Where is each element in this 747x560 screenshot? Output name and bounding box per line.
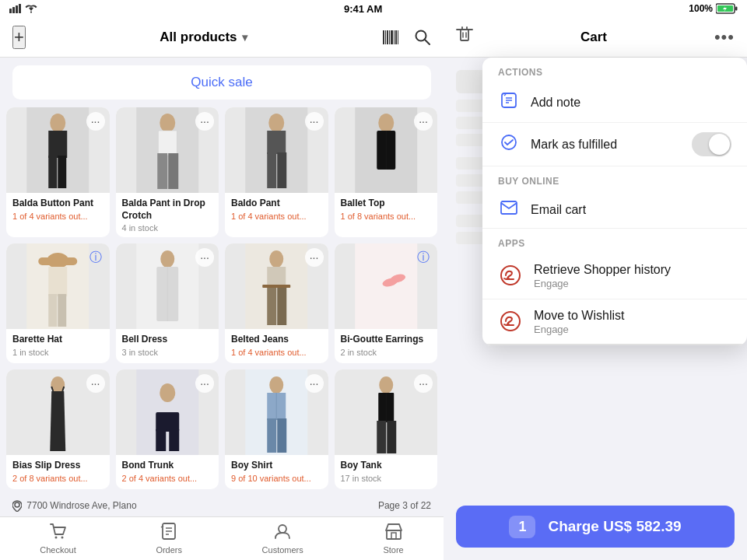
product-info: Bell Dress 3 in stock [116, 329, 219, 363]
product-menu-button[interactable]: ··· [195, 374, 214, 393]
product-menu-button[interactable]: ··· [86, 374, 105, 393]
search-icon[interactable] [414, 29, 431, 46]
status-left [9, 4, 37, 13]
move-wishlist-item[interactable]: Move to Wishlist Engage [482, 299, 747, 345]
svg-point-29 [268, 114, 284, 132]
product-info: Bias Slip Dress 2 of 8 variants out... [6, 455, 110, 489]
customers-icon [274, 523, 291, 540]
svg-rect-8 [383, 30, 384, 44]
product-image: ··· [116, 243, 219, 329]
status-time: 9:41 AM [344, 3, 382, 15]
retrieve-shopper-item[interactable]: Retrieve Shopper history Engage [482, 254, 747, 299]
product-image: ··· [6, 369, 110, 455]
product-info: Boy Shirt 9 of 10 variants out... [225, 455, 328, 489]
charge-bar: 1 Charge US$ 582.39 [444, 498, 747, 560]
product-menu-button[interactable]: ··· [305, 248, 324, 267]
cart-header: Cart ••• [444, 17, 747, 58]
product-card-p1[interactable]: ··· Balda Button Pant 1 of 4 variants ou… [6, 107, 110, 237]
toggle-knob [709, 134, 730, 155]
product-card-p12[interactable]: ··· Boy Tank 17 in stock [335, 369, 438, 489]
left-header: + All products ▾ [0, 17, 444, 58]
product-image: ⓘ [6, 243, 110, 329]
svg-point-72 [379, 376, 393, 394]
product-card-p2[interactable]: ··· Balda Pant in Drop Crotch 4 in stock [116, 107, 219, 237]
svg-rect-2 [16, 5, 18, 13]
add-button[interactable]: + [12, 26, 26, 49]
retrieve-shopper-icon [498, 263, 523, 288]
product-info: Baldo Pant 1 of 4 variants out... [225, 193, 328, 227]
product-card-p8[interactable]: ⓘ Bi-Goutte Earrings 2 in stock [335, 243, 438, 363]
customers-icon [274, 523, 291, 544]
product-name: Bi-Goutte Earrings [341, 334, 432, 346]
svg-rect-40 [48, 267, 67, 296]
product-menu-button[interactable]: ··· [305, 112, 324, 131]
product-card-p4[interactable]: ··· Ballet Top 1 of 8 variants out... [335, 107, 438, 237]
add-note-item[interactable]: Add note [482, 82, 747, 123]
product-image: ⓘ [335, 243, 438, 329]
product-name: Boy Shirt [231, 460, 322, 472]
product-name: Belted Jeans [231, 334, 322, 346]
product-stock: 1 in stock [12, 348, 103, 357]
location-bar: 7700 Windrose Ave, Plano Page 3 of 22 [0, 495, 444, 516]
product-grid: ··· Balda Button Pant 1 of 4 variants ou… [0, 107, 444, 495]
svg-point-24 [160, 114, 175, 132]
mark-fulfilled-item[interactable]: Mark as fulfilled [482, 123, 747, 166]
svg-rect-12 [391, 30, 393, 44]
product-menu-button[interactable]: ··· [195, 112, 214, 131]
trash-button[interactable] [456, 26, 473, 49]
product-menu-button[interactable]: ··· [305, 374, 324, 393]
product-stock: 9 of 10 variants out... [231, 474, 322, 483]
svg-rect-7 [735, 7, 738, 11]
nav-item-store[interactable]: Store [383, 523, 403, 555]
product-info-button[interactable]: ⓘ [86, 248, 105, 267]
orders-icon [160, 523, 177, 540]
product-card-p11[interactable]: ··· Boy Shirt 9 of 10 variants out... [225, 369, 328, 489]
products-title-section[interactable]: All products ▾ [160, 30, 247, 45]
product-info: Bi-Goutte Earrings 2 in stock [335, 329, 438, 363]
move-wishlist-sub: Engage [534, 324, 624, 335]
product-card-p6[interactable]: ··· Bell Dress 3 in stock [116, 243, 219, 363]
engage-icon-1 [500, 264, 521, 286]
buy-online-section-header: BUY ONLINE [482, 166, 747, 191]
more-options-button[interactable]: ••• [714, 27, 735, 47]
email-icon [498, 201, 520, 219]
svg-rect-27 [168, 153, 178, 189]
product-stock: 2 in stock [341, 348, 432, 357]
product-card-p10[interactable]: ··· Bond Trunk 2 of 4 variants out... [116, 369, 219, 489]
status-bar: 9:41 AM 100% [0, 0, 747, 17]
product-menu-button[interactable]: ··· [414, 112, 433, 131]
svg-rect-31 [267, 152, 276, 188]
store-label: Store [383, 545, 403, 555]
product-menu-button[interactable]: ··· [86, 112, 105, 131]
svg-rect-20 [48, 131, 67, 158]
location-text: 7700 Windrose Ave, Plano [12, 500, 137, 512]
product-card-p7[interactable]: ··· Belted Jeans 1 of 4 variants out... [225, 243, 328, 363]
add-note-label: Add note [531, 96, 580, 110]
product-stock: 1 of 4 variants out... [231, 348, 322, 357]
svg-rect-42 [58, 294, 66, 327]
svg-rect-26 [157, 153, 167, 189]
email-cart-item[interactable]: Email cart [482, 191, 747, 229]
product-card-p9[interactable]: ··· Bias Slip Dress 2 of 8 variants out.… [6, 369, 110, 489]
product-stock: 1 of 4 variants out... [231, 212, 322, 221]
engage-icon-2 [500, 310, 521, 332]
product-menu-button[interactable]: ··· [414, 374, 433, 393]
svg-point-4 [30, 11, 32, 12]
svg-rect-14 [395, 30, 397, 44]
product-stock: 1 of 8 variants out... [341, 212, 432, 221]
product-card-p5[interactable]: ⓘ Barette Hat 1 in stock [6, 243, 110, 363]
barcode-icon[interactable] [381, 28, 400, 47]
product-image: ··· [225, 107, 328, 193]
nav-item-checkout[interactable]: Checkout [40, 523, 75, 555]
charge-button[interactable]: 1 Charge US$ 582.39 [456, 506, 735, 548]
product-card-p3[interactable]: ··· Baldo Pant 1 of 4 variants out... [225, 107, 328, 237]
quick-sale-bar: Quick sale [0, 58, 444, 107]
page-info: Page 3 of 22 [378, 500, 431, 511]
nav-item-customers[interactable]: Customers [262, 523, 303, 555]
product-name: Bias Slip Dress [12, 460, 103, 472]
quick-sale-button[interactable]: Quick sale [12, 65, 431, 100]
move-wishlist-title: Move to Wishlist [534, 309, 624, 323]
svg-rect-22 [58, 156, 66, 188]
nav-item-orders[interactable]: Orders [156, 523, 182, 555]
fulfilled-toggle[interactable] [692, 132, 731, 156]
